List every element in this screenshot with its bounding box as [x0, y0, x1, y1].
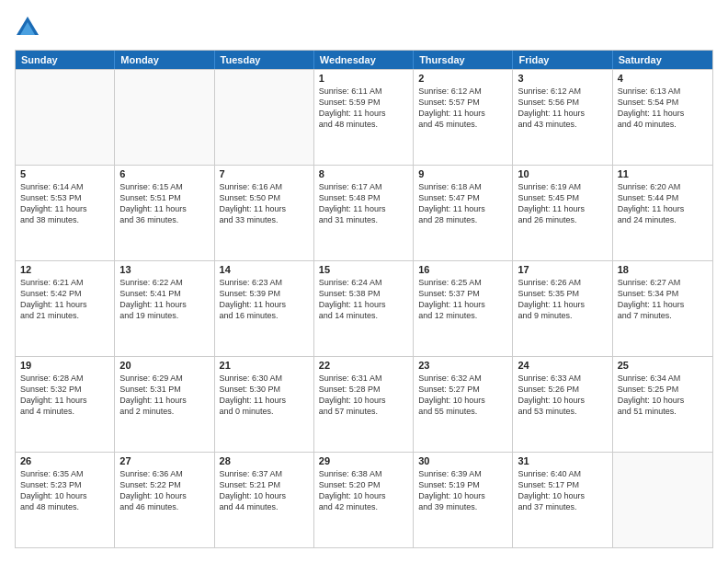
day-number: 31 — [518, 455, 607, 466]
day-info: Sunrise: 6:32 AM Sunset: 5:27 PM Dayligh… — [418, 373, 507, 418]
day-number: 14 — [220, 264, 309, 275]
day-7: 7Sunrise: 6:16 AM Sunset: 5:50 PM Daylig… — [215, 166, 314, 260]
day-number: 16 — [418, 264, 507, 275]
day-number: 17 — [518, 264, 607, 275]
day-number: 8 — [319, 168, 408, 179]
day-number: 21 — [220, 360, 309, 371]
calendar-row-2: 5Sunrise: 6:14 AM Sunset: 5:53 PM Daylig… — [16, 165, 712, 260]
logo-icon — [15, 15, 40, 40]
day-number: 2 — [418, 73, 507, 84]
day-number: 24 — [518, 360, 607, 371]
header-day-sunday: Sunday — [16, 51, 115, 69]
day-10: 10Sunrise: 6:19 AM Sunset: 5:45 PM Dayli… — [513, 166, 612, 260]
day-number: 30 — [418, 455, 507, 466]
day-info: Sunrise: 6:12 AM Sunset: 5:56 PM Dayligh… — [518, 86, 607, 131]
day-8: 8Sunrise: 6:17 AM Sunset: 5:48 PM Daylig… — [314, 166, 414, 260]
header-day-monday: Monday — [115, 51, 214, 69]
day-number: 26 — [20, 455, 109, 466]
header-day-saturday: Saturday — [613, 51, 712, 69]
empty-cell — [16, 70, 115, 165]
day-21: 21Sunrise: 6:30 AM Sunset: 5:30 PM Dayli… — [215, 357, 314, 452]
day-info: Sunrise: 6:14 AM Sunset: 5:53 PM Dayligh… — [20, 181, 109, 226]
day-number: 20 — [119, 360, 209, 371]
page: SundayMondayTuesdayWednesdayThursdayFrid… — [0, 0, 728, 563]
day-info: Sunrise: 6:30 AM Sunset: 5:30 PM Dayligh… — [220, 373, 309, 418]
day-27: 27Sunrise: 6:36 AM Sunset: 5:22 PM Dayli… — [115, 453, 214, 547]
calendar-row-4: 19Sunrise: 6:28 AM Sunset: 5:32 PM Dayli… — [16, 356, 712, 452]
day-info: Sunrise: 6:23 AM Sunset: 5:39 PM Dayligh… — [220, 277, 309, 322]
day-2: 2Sunrise: 6:12 AM Sunset: 5:57 PM Daylig… — [414, 70, 513, 165]
calendar-body: 1Sunrise: 6:11 AM Sunset: 5:59 PM Daylig… — [16, 69, 712, 547]
day-info: Sunrise: 6:11 AM Sunset: 5:59 PM Dayligh… — [319, 86, 408, 131]
empty-cell — [613, 453, 712, 547]
empty-cell — [215, 70, 314, 165]
empty-cell — [115, 70, 214, 165]
day-info: Sunrise: 6:39 AM Sunset: 5:19 PM Dayligh… — [418, 468, 507, 513]
day-number: 6 — [119, 168, 209, 179]
day-20: 20Sunrise: 6:29 AM Sunset: 5:31 PM Dayli… — [115, 357, 214, 452]
day-5: 5Sunrise: 6:14 AM Sunset: 5:53 PM Daylig… — [16, 166, 115, 260]
day-number: 5 — [20, 168, 109, 179]
day-info: Sunrise: 6:16 AM Sunset: 5:50 PM Dayligh… — [220, 181, 309, 226]
day-4: 4Sunrise: 6:13 AM Sunset: 5:54 PM Daylig… — [613, 70, 712, 165]
day-info: Sunrise: 6:20 AM Sunset: 5:44 PM Dayligh… — [618, 181, 708, 226]
header-day-tuesday: Tuesday — [215, 51, 314, 69]
header-day-wednesday: Wednesday — [314, 51, 414, 69]
day-15: 15Sunrise: 6:24 AM Sunset: 5:38 PM Dayli… — [314, 261, 414, 356]
day-30: 30Sunrise: 6:39 AM Sunset: 5:19 PM Dayli… — [414, 453, 513, 547]
day-info: Sunrise: 6:40 AM Sunset: 5:17 PM Dayligh… — [518, 468, 607, 513]
day-info: Sunrise: 6:26 AM Sunset: 5:35 PM Dayligh… — [518, 277, 607, 322]
day-info: Sunrise: 6:37 AM Sunset: 5:21 PM Dayligh… — [220, 468, 309, 513]
day-number: 3 — [518, 73, 607, 84]
calendar-header: SundayMondayTuesdayWednesdayThursdayFrid… — [16, 51, 712, 69]
day-info: Sunrise: 6:28 AM Sunset: 5:32 PM Dayligh… — [20, 373, 109, 418]
day-number: 22 — [319, 360, 408, 371]
day-24: 24Sunrise: 6:33 AM Sunset: 5:26 PM Dayli… — [513, 357, 612, 452]
day-number: 12 — [20, 264, 109, 275]
calendar: SundayMondayTuesdayWednesdayThursdayFrid… — [15, 50, 713, 548]
day-info: Sunrise: 6:18 AM Sunset: 5:47 PM Dayligh… — [418, 181, 507, 226]
day-info: Sunrise: 6:15 AM Sunset: 5:51 PM Dayligh… — [119, 181, 209, 226]
day-number: 18 — [618, 264, 708, 275]
day-number: 4 — [618, 73, 708, 84]
day-info: Sunrise: 6:13 AM Sunset: 5:54 PM Dayligh… — [618, 86, 708, 131]
day-number: 7 — [220, 168, 309, 179]
logo — [15, 15, 44, 40]
day-info: Sunrise: 6:36 AM Sunset: 5:22 PM Dayligh… — [119, 468, 209, 513]
day-25: 25Sunrise: 6:34 AM Sunset: 5:25 PM Dayli… — [613, 357, 712, 452]
day-14: 14Sunrise: 6:23 AM Sunset: 5:39 PM Dayli… — [215, 261, 314, 356]
day-number: 23 — [418, 360, 507, 371]
day-info: Sunrise: 6:25 AM Sunset: 5:37 PM Dayligh… — [418, 277, 507, 322]
day-number: 28 — [220, 455, 309, 466]
day-29: 29Sunrise: 6:38 AM Sunset: 5:20 PM Dayli… — [314, 453, 414, 547]
header-day-thursday: Thursday — [414, 51, 513, 69]
day-info: Sunrise: 6:33 AM Sunset: 5:26 PM Dayligh… — [518, 373, 607, 418]
day-number: 27 — [119, 455, 209, 466]
day-info: Sunrise: 6:38 AM Sunset: 5:20 PM Dayligh… — [319, 468, 408, 513]
day-info: Sunrise: 6:31 AM Sunset: 5:28 PM Dayligh… — [319, 373, 408, 418]
day-23: 23Sunrise: 6:32 AM Sunset: 5:27 PM Dayli… — [414, 357, 513, 452]
day-17: 17Sunrise: 6:26 AM Sunset: 5:35 PM Dayli… — [513, 261, 612, 356]
day-number: 15 — [319, 264, 408, 275]
day-31: 31Sunrise: 6:40 AM Sunset: 5:17 PM Dayli… — [513, 453, 612, 547]
day-12: 12Sunrise: 6:21 AM Sunset: 5:42 PM Dayli… — [16, 261, 115, 356]
header-day-friday: Friday — [513, 51, 612, 69]
day-info: Sunrise: 6:35 AM Sunset: 5:23 PM Dayligh… — [20, 468, 109, 513]
day-28: 28Sunrise: 6:37 AM Sunset: 5:21 PM Dayli… — [215, 453, 314, 547]
day-info: Sunrise: 6:27 AM Sunset: 5:34 PM Dayligh… — [618, 277, 708, 322]
day-9: 9Sunrise: 6:18 AM Sunset: 5:47 PM Daylig… — [414, 166, 513, 260]
day-info: Sunrise: 6:17 AM Sunset: 5:48 PM Dayligh… — [319, 181, 408, 226]
day-number: 1 — [319, 73, 408, 84]
day-info: Sunrise: 6:12 AM Sunset: 5:57 PM Dayligh… — [418, 86, 507, 131]
day-number: 25 — [618, 360, 708, 371]
day-22: 22Sunrise: 6:31 AM Sunset: 5:28 PM Dayli… — [314, 357, 414, 452]
day-18: 18Sunrise: 6:27 AM Sunset: 5:34 PM Dayli… — [613, 261, 712, 356]
day-number: 9 — [418, 168, 507, 179]
day-info: Sunrise: 6:24 AM Sunset: 5:38 PM Dayligh… — [319, 277, 408, 322]
day-6: 6Sunrise: 6:15 AM Sunset: 5:51 PM Daylig… — [115, 166, 214, 260]
day-11: 11Sunrise: 6:20 AM Sunset: 5:44 PM Dayli… — [613, 166, 712, 260]
day-1: 1Sunrise: 6:11 AM Sunset: 5:59 PM Daylig… — [314, 70, 414, 165]
day-info: Sunrise: 6:21 AM Sunset: 5:42 PM Dayligh… — [20, 277, 109, 322]
day-info: Sunrise: 6:22 AM Sunset: 5:41 PM Dayligh… — [119, 277, 209, 322]
day-number: 19 — [20, 360, 109, 371]
